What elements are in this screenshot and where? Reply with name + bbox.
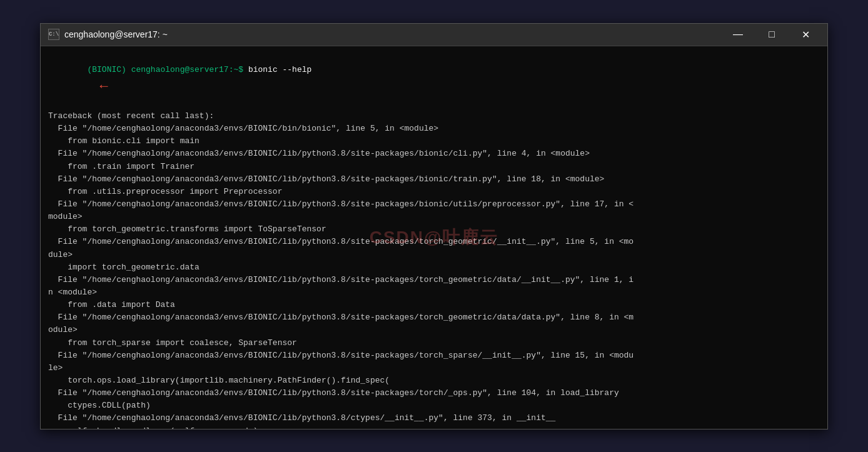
- terminal-line: File "/home/cenghaolong/anaconda3/envs/B…: [48, 148, 820, 160]
- terminal-line: from .data import Data: [48, 299, 820, 311]
- terminal-line: dule>: [48, 249, 820, 261]
- bionic-prefix: (BIONIC): [87, 65, 131, 74]
- window-controls: — □ ✕: [724, 25, 820, 44]
- minimize-button[interactable]: —: [724, 25, 752, 44]
- terminal-line: File "/home/cenghaolong/anaconda3/envs/B…: [48, 387, 820, 399]
- close-button[interactable]: ✕: [791, 25, 820, 44]
- terminal-line: File "/home/cenghaolong/anaconda3/envs/B…: [48, 123, 820, 135]
- terminal-line: module>: [48, 211, 820, 223]
- terminal-output[interactable]: (BIONIC) cenghaolong@server17:~$ bionic …: [41, 46, 827, 429]
- terminal-line: torch.ops.load_library(importlib.machine…: [48, 374, 820, 387]
- terminal-line: le>: [48, 362, 820, 374]
- terminal-line: from .utils.preprocessor import Preproce…: [48, 186, 820, 198]
- terminal-line: File "/home/cenghaolong/anaconda3/envs/B…: [48, 412, 820, 424]
- terminal-line: import torch_geometric.data: [48, 261, 820, 274]
- terminal-line: self._handle = dlopen(self, name, mode): [48, 425, 820, 429]
- terminal-line: from torch_geometric.transforms import T…: [48, 223, 820, 236]
- terminal-line: from .train import Trainer: [48, 161, 820, 173]
- terminal-line: File "/home/cenghaolong/anaconda3/envs/B…: [48, 236, 820, 248]
- terminal-line: File "/home/cenghaolong/anaconda3/envs/B…: [48, 198, 820, 211]
- command-text: bionic --help: [248, 65, 311, 74]
- terminal-icon: C:\: [48, 29, 59, 40]
- terminal-line: File "/home/cenghaolong/anaconda3/envs/B…: [48, 349, 820, 362]
- terminal-line: from bionic.cli import main: [48, 135, 820, 148]
- terminal-line: n <module>: [48, 286, 820, 299]
- terminal-body: (BIONIC) cenghaolong@server17:~$ bionic …: [41, 46, 827, 429]
- terminal-line: File "/home/cenghaolong/anaconda3/envs/B…: [48, 274, 820, 286]
- terminal-line: Traceback (most recent call last):: [48, 110, 820, 123]
- title-bar: C:\ cenghaolong@server17: ~ — □ ✕: [41, 24, 827, 46]
- terminal-line: from torch_sparse import coalesce, Spars…: [48, 337, 820, 349]
- maximize-button[interactable]: □: [757, 25, 786, 44]
- terminal-line: File "/home/cenghaolong/anaconda3/envs/B…: [48, 173, 820, 186]
- prompt-host: cenghaolong@server17:~$: [131, 65, 248, 74]
- terminal-line: (BIONIC) cenghaolong@server17:~$ bionic …: [48, 51, 820, 111]
- terminal-line: File "/home/cenghaolong/anaconda3/envs/B…: [48, 311, 820, 324]
- terminal-window: C:\ cenghaolong@server17: ~ — □ ✕ (BIONI…: [40, 23, 828, 429]
- terminal-line: odule>: [48, 324, 820, 336]
- window-title: cenghaolong@server17: ~: [64, 29, 724, 39]
- terminal-line: ctypes.CDLL(path): [48, 399, 820, 412]
